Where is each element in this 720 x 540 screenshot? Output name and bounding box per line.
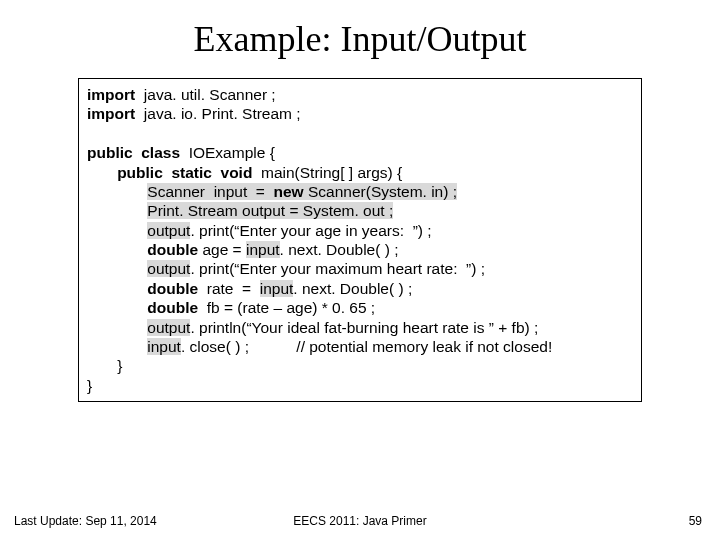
footer-course: EECS 2011: Java Primer bbox=[0, 514, 720, 528]
code-box: import java. util. Scanner ; import java… bbox=[78, 78, 642, 402]
code-line: } bbox=[87, 376, 633, 395]
code-line: double fb = (rate – age) * 0. 65 ; bbox=[87, 298, 633, 317]
code-line: import java. io. Print. Stream ; bbox=[87, 104, 633, 123]
code-line: public static void main(String[ ] args) … bbox=[87, 163, 633, 182]
code-line: import java. util. Scanner ; bbox=[87, 85, 633, 104]
code-line: double rate = input. next. Double( ) ; bbox=[87, 279, 633, 298]
code-line: output. print(“Enter your maximum heart … bbox=[87, 259, 633, 278]
code-line: public class IOExample { bbox=[87, 143, 633, 162]
code-line: output. println(“Your ideal fat-burning … bbox=[87, 318, 633, 337]
slide-title: Example: Input/Output bbox=[0, 0, 720, 70]
code-line: Print. Stream output = System. out ; bbox=[87, 201, 633, 220]
code-line: double age = input. next. Double( ) ; bbox=[87, 240, 633, 259]
page-number: 59 bbox=[689, 514, 702, 528]
code-line: Scanner input = new Scanner(System. in) … bbox=[87, 182, 633, 201]
code-line bbox=[87, 124, 633, 143]
code-line: input. close( ) ; // potential memory le… bbox=[87, 337, 633, 356]
code-line: output. print(“Enter your age in years: … bbox=[87, 221, 633, 240]
code-line: } bbox=[87, 356, 633, 375]
